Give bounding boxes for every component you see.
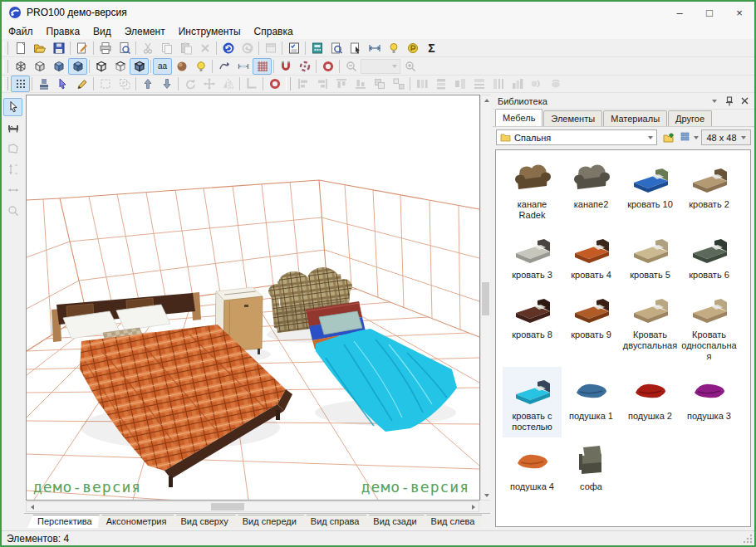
align-top-button[interactable]	[331, 76, 351, 92]
dimension-lines-button[interactable]	[233, 58, 253, 75]
distribute-7-button[interactable]	[527, 76, 546, 92]
thumb-size-combo[interactable]: 48 x 48	[701, 129, 751, 145]
undo-button[interactable]	[218, 40, 238, 56]
print-preview-button[interactable]	[115, 40, 134, 56]
distribute-6-button[interactable]	[508, 76, 527, 92]
library-item[interactable]: кровать 4	[562, 226, 621, 286]
tab-axonometry[interactable]: Аксонометрия	[96, 515, 174, 528]
library-item[interactable]: подушка 3	[680, 367, 739, 437]
select-area-button[interactable]	[96, 76, 115, 92]
toolbar-grip[interactable]	[3, 42, 8, 55]
library-item[interactable]: канапе2	[562, 155, 621, 226]
maximize-button[interactable]: □	[695, 2, 724, 23]
menu-view[interactable]: Вид	[86, 23, 118, 39]
grid-button[interactable]	[253, 58, 272, 75]
open-button[interactable]	[30, 40, 49, 56]
library-item[interactable]: подушка 4	[503, 437, 562, 497]
redo-button[interactable]	[238, 40, 257, 56]
library-item[interactable]: кровать 8	[503, 286, 562, 367]
save-button[interactable]	[49, 40, 68, 56]
menu-help[interactable]: Справка	[248, 23, 300, 39]
draw-pencil-button[interactable]	[72, 76, 91, 92]
library-item[interactable]: подушка 2	[621, 367, 680, 437]
toolbar-grip[interactable]	[3, 60, 8, 73]
menu-file[interactable]: Файл	[2, 23, 40, 39]
snap-ring-button[interactable]	[318, 58, 337, 75]
align-left-button[interactable]	[293, 76, 312, 92]
text-labels-button[interactable]: aa	[153, 58, 172, 75]
rotate-button[interactable]	[180, 76, 199, 92]
cut-button[interactable]	[138, 40, 157, 56]
window-button[interactable]	[261, 40, 280, 56]
toolbar-grip[interactable]	[286, 77, 291, 90]
select-document-button[interactable]	[346, 40, 365, 56]
zoom-out-button[interactable]	[341, 58, 361, 75]
ungroup-button[interactable]	[389, 76, 408, 92]
folder-combo[interactable]: Спальня	[496, 129, 657, 145]
properties-button[interactable]	[72, 40, 91, 56]
stamp-button[interactable]	[34, 76, 53, 92]
library-item[interactable]: кровать 2	[680, 155, 739, 226]
tab-back-view[interactable]: Вид сзади	[363, 515, 424, 528]
library-item[interactable]: Кровать односпальная	[680, 286, 739, 367]
distribute-2-button[interactable]	[431, 76, 450, 92]
contour-white-button[interactable]	[91, 58, 110, 75]
contour-color-button[interactable]	[130, 58, 149, 75]
furniture-tool-button[interactable]	[3, 119, 22, 137]
select-group-button[interactable]	[115, 76, 134, 92]
light-document-button[interactable]	[384, 40, 403, 56]
tab-perspective[interactable]: Перспектива	[27, 515, 100, 528]
white-view-button[interactable]	[30, 58, 49, 75]
library-item[interactable]: кровать 5	[621, 226, 680, 286]
library-item[interactable]: канапе Radek	[503, 155, 562, 226]
wireframe-view-button[interactable]	[11, 58, 30, 75]
lower-button[interactable]	[157, 76, 176, 92]
vertical-dimension-button[interactable]	[3, 160, 22, 178]
library-item[interactable]: кровать 6	[680, 226, 739, 286]
zoom-document-button[interactable]	[326, 40, 346, 56]
select-cursor-button[interactable]	[53, 76, 72, 92]
library-item[interactable]: Кровать двуспальная	[621, 286, 680, 367]
horizontal-dimension-button[interactable]	[3, 181, 22, 199]
distribute-3-button[interactable]	[450, 76, 469, 92]
menu-element[interactable]: Элемент	[118, 23, 172, 39]
dot-grid-button[interactable]	[11, 76, 30, 92]
library-item[interactable]: кровать 10	[621, 155, 680, 226]
pointer-tool-button[interactable]	[3, 98, 22, 116]
minimize-button[interactable]: –	[665, 2, 695, 23]
library-item[interactable]: кровать 9	[562, 286, 621, 367]
new-document-button[interactable]	[11, 40, 30, 56]
scroll-left-arrow[interactable]	[27, 502, 37, 511]
copy-button[interactable]	[157, 40, 176, 56]
snap-center-button[interactable]	[295, 58, 314, 75]
print-button[interactable]	[96, 40, 115, 56]
raise-button[interactable]	[138, 76, 157, 92]
menu-tools[interactable]: Инструменты	[172, 23, 248, 39]
tab-front-view[interactable]: Вид спереди	[233, 515, 304, 528]
texture-flow-button[interactable]	[214, 58, 233, 75]
shading-button[interactable]	[172, 58, 191, 75]
scroll-right-arrow[interactable]	[468, 502, 479, 511]
zoom-in-button[interactable]	[400, 58, 420, 75]
options-checklist-button[interactable]	[284, 40, 303, 56]
folder-up-button[interactable]	[660, 129, 678, 146]
color-view-button[interactable]	[49, 58, 68, 75]
price-document-button[interactable]	[403, 40, 422, 56]
close-button[interactable]: ×	[724, 2, 754, 23]
distribute-8-button[interactable]	[546, 76, 565, 92]
tab-materials[interactable]: Материалы	[603, 110, 667, 126]
library-item[interactable]: софа	[562, 437, 621, 497]
contour-wire-button[interactable]	[110, 58, 130, 75]
distribute-5-button[interactable]	[488, 76, 508, 92]
vertical-scroll-thumb[interactable]	[482, 282, 489, 315]
align-bottom-button[interactable]	[351, 76, 370, 92]
toolbar-grip[interactable]	[3, 77, 8, 90]
textured-view-button[interactable]	[68, 58, 87, 75]
library-item-selected[interactable]: кровать с постелью	[503, 367, 562, 437]
zoom-value-combo[interactable]	[361, 59, 400, 74]
library-item[interactable]: подушка 1	[562, 367, 621, 437]
mirror-button[interactable]	[218, 76, 238, 92]
library-item[interactable]: кровать 3	[503, 226, 562, 286]
dimensions-button[interactable]	[365, 40, 384, 56]
corner-button[interactable]	[242, 76, 261, 92]
